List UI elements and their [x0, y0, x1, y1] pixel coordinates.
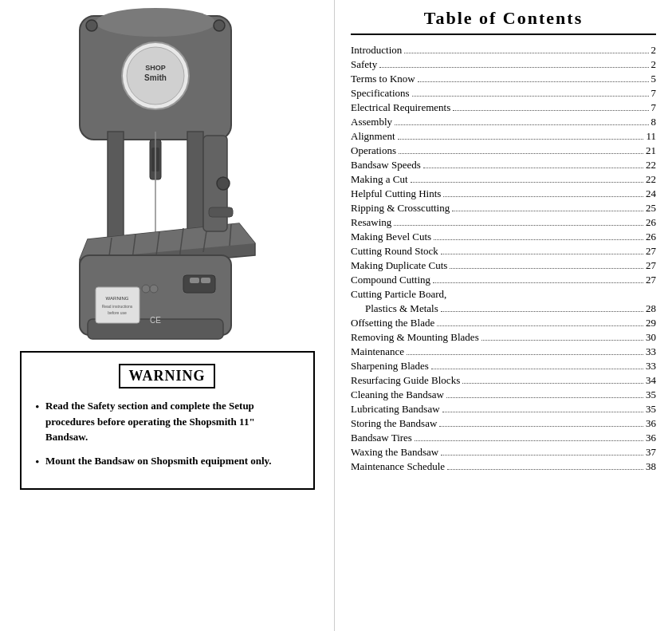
bandsaw-image: SHOP Smith	[32, 8, 303, 351]
toc-dots	[398, 139, 644, 140]
toc-page-number: 33	[646, 345, 656, 358]
toc-entry: Assembly8	[351, 115, 656, 129]
toc-page-number: 26	[646, 231, 656, 243]
toc-entry: Maintenance Schedule38	[351, 459, 656, 474]
toc-page-number: 36	[646, 432, 656, 444]
toc-label: Cutting Round Stock	[351, 245, 438, 258]
warning-text-1: Read the Safety section and complete the…	[45, 398, 298, 445]
svg-point-3	[214, 20, 225, 31]
toc-entry: Bandsaw Speeds22	[351, 158, 656, 172]
toc-label: Resurfacing Guide Blocks	[351, 374, 460, 387]
toc-entry: Terms to Know5	[351, 72, 656, 86]
toc-label: Helpful Cutting Hints	[351, 187, 441, 200]
toc-page-number: 35	[646, 403, 656, 416]
toc-label: Bandsaw Speeds	[351, 159, 421, 172]
toc-entry: Making Duplicate Cuts27	[351, 258, 656, 273]
toc-dots	[453, 110, 648, 111]
toc-label: Sharpening Blades	[351, 360, 429, 373]
toc-label: Storing the Bandsaw	[351, 417, 437, 430]
toc-entry: Cutting Round Stock27	[351, 244, 656, 258]
toc-page-number: 5	[651, 73, 657, 85]
toc-title: Table of Contents	[351, 8, 656, 35]
toc-entry: Making a Cut22	[351, 172, 656, 187]
toc-page-number: 27	[646, 245, 656, 258]
svg-rect-32	[183, 275, 215, 293]
toc-page-number: 35	[646, 388, 656, 401]
svg-point-36	[217, 177, 230, 190]
svg-rect-33	[190, 278, 199, 283]
toc-dots	[415, 440, 643, 441]
toc-entry: Making Bevel Cuts26	[351, 230, 656, 244]
toc-dots	[431, 369, 643, 369]
toc-entry: Alignment11	[351, 129, 656, 144]
toc-dots	[441, 311, 643, 312]
toc-page-number: 29	[646, 317, 656, 329]
toc-label: Electrical Requirements	[351, 101, 450, 114]
toc-label: Compound Cutting	[351, 274, 430, 286]
toc-page-number: 21	[646, 144, 656, 157]
toc-dots	[434, 239, 643, 240]
toc-page-number: 2	[651, 44, 657, 57]
toc-page-number: 34	[646, 374, 656, 387]
toc-dots	[441, 455, 643, 456]
toc-page-number: 11	[646, 130, 656, 143]
toc-page-number: 22	[646, 173, 656, 186]
toc-entry: Sharpening Blades33	[351, 359, 656, 373]
toc-entry: Safety2	[351, 57, 656, 72]
toc-label: Offsetting the Blade	[351, 317, 434, 329]
toc-page-number: 2	[651, 58, 657, 71]
toc-page-number: 25	[646, 202, 656, 215]
toc-entry: Bandsaw Tires36	[351, 431, 656, 445]
toc-label: Cutting Particle Board,	[351, 288, 446, 301]
toc-entry: Cutting Particle Board,	[351, 287, 656, 302]
warning-text-2: Mount the Bandsaw on Shopsmith equipment…	[45, 453, 272, 470]
toc-entry: Cleaning the Bandsaw35	[351, 388, 656, 402]
svg-text:Smith: Smith	[144, 73, 167, 82]
toc-dots	[412, 96, 649, 97]
toc-label: Making a Cut	[351, 173, 408, 186]
svg-text:WARNING: WARNING	[105, 296, 128, 301]
toc-label: Cleaning the Bandsaw	[351, 388, 444, 401]
toc-dots	[447, 469, 643, 470]
svg-rect-37	[209, 207, 233, 217]
toc-dots	[441, 254, 643, 254]
svg-text:Read instructions: Read instructions	[101, 304, 132, 309]
toc-label: Maintenance	[351, 345, 404, 358]
toc-dots	[433, 282, 643, 283]
toc-dots	[450, 268, 643, 269]
toc-entry: Resurfacing Guide Blocks34	[351, 373, 656, 388]
toc-label: Bandsaw Tires	[351, 432, 412, 444]
toc-entry: Helpful Cutting Hints24	[351, 187, 656, 201]
left-panel: SHOP Smith	[0, 0, 335, 631]
svg-point-30	[150, 285, 158, 293]
toc-label: Maintenance Schedule	[351, 460, 445, 473]
toc-page-number: 7	[651, 87, 657, 100]
warning-item-1: • Read the Safety section and complete t…	[36, 398, 299, 445]
toc-dots	[423, 168, 643, 168]
toc-dots	[437, 325, 643, 326]
toc-entry: Lubricating Bandsaw35	[351, 402, 656, 416]
toc-label: Plastics & Metals	[365, 302, 438, 315]
toc-dots	[418, 81, 649, 82]
warning-title: WARNING	[119, 364, 214, 388]
toc-label: Terms to Know	[351, 73, 415, 85]
toc-label: Assembly	[351, 116, 392, 128]
toc-dots	[481, 340, 643, 341]
toc-entry: Plastics & Metals28	[351, 302, 656, 316]
svg-rect-34	[201, 278, 210, 283]
toc-list: Introduction2Safety2Terms to Know5Specif…	[351, 43, 656, 474]
toc-page-number: 7	[651, 101, 657, 114]
toc-page-number: 27	[646, 274, 656, 286]
toc-label: Waxing the Bandsaw	[351, 446, 438, 459]
toc-label: Lubricating Bandsaw	[351, 403, 440, 416]
svg-point-2	[86, 20, 97, 31]
toc-dots	[411, 182, 644, 183]
toc-entry: Storing the Bandsaw36	[351, 416, 656, 431]
toc-page-number: 26	[646, 216, 656, 229]
toc-dots	[442, 412, 643, 412]
toc-entry: Offsetting the Blade29	[351, 316, 656, 330]
toc-entry: Specifications7	[351, 86, 656, 101]
svg-text:SHOP: SHOP	[145, 64, 166, 72]
toc-entry: Operations21	[351, 144, 656, 158]
toc-page-number: 27	[646, 259, 656, 272]
